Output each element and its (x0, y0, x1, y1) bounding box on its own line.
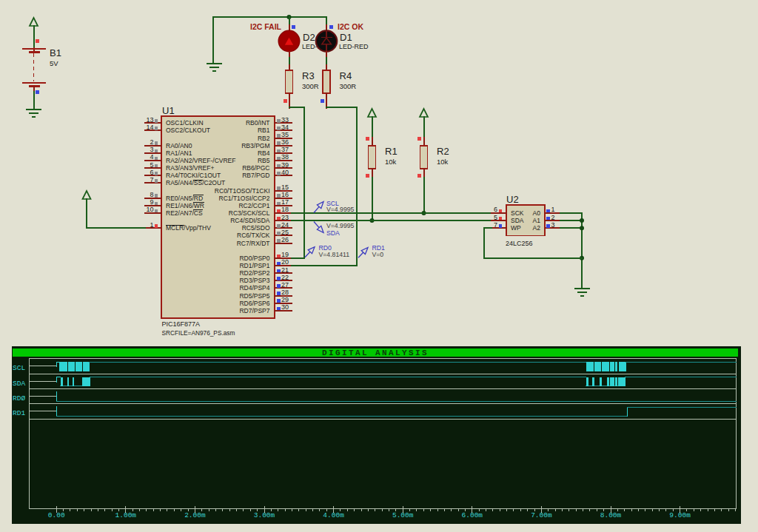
svg-text:0.00: 0.00 (48, 511, 65, 519)
svg-text:RA1/AN1: RA1/AN1 (166, 149, 192, 157)
svg-text:10k: 10k (437, 158, 449, 166)
svg-text:300R: 300R (340, 82, 357, 90)
svg-text:RE1/AN6/WR: RE1/AN6/WR (166, 202, 204, 209)
svg-text:RA2/AN2/VREF-/CVREF: RA2/AN2/VREF-/CVREF (166, 157, 235, 164)
svg-text:V=4.9995: V=4.9995 (326, 206, 355, 213)
svg-text:6: 6 (150, 169, 153, 176)
svg-text:4: 4 (150, 153, 153, 161)
svg-text:16: 16 (281, 191, 289, 198)
svg-text:22: 22 (281, 274, 289, 281)
svg-text:R3: R3 (302, 70, 315, 81)
svg-text:RC0/T1OSO/T1CKI: RC0/T1OSO/T1CKI (215, 187, 270, 195)
svg-text:2: 2 (150, 138, 153, 146)
svg-text:SDA: SDA (13, 380, 25, 388)
svg-text:1.00m: 1.00m (115, 511, 137, 519)
svg-text:6: 6 (494, 206, 497, 213)
svg-text:3: 3 (150, 146, 153, 153)
svg-text:R2: R2 (437, 146, 449, 157)
svg-text:23: 23 (281, 214, 289, 221)
svg-text:RD4/PSP4: RD4/PSP4 (239, 284, 269, 292)
svg-text:3: 3 (551, 221, 555, 229)
svg-text:RD2/PSP2: RD2/PSP2 (239, 269, 269, 277)
svg-text:SDA: SDA (326, 229, 340, 237)
svg-text:7.00m: 7.00m (531, 511, 552, 519)
svg-text:38: 38 (281, 153, 289, 161)
svg-text:29: 29 (281, 296, 289, 303)
svg-text:5: 5 (150, 161, 153, 169)
svg-text:PIC16F877A: PIC16F877A (162, 320, 201, 328)
svg-text:17: 17 (281, 198, 289, 206)
svg-text:8: 8 (150, 191, 153, 198)
svg-text:1: 1 (551, 206, 555, 213)
svg-text:26: 26 (281, 236, 289, 243)
svg-text:SCL: SCL (13, 364, 25, 372)
svg-text:V=0: V=0 (372, 251, 384, 258)
svg-text:A2: A2 (533, 224, 541, 232)
svg-text:D2: D2 (303, 32, 315, 43)
svg-text:R4: R4 (340, 70, 352, 81)
svg-text:OSC2/CLKOUT: OSC2/CLKOUT (166, 127, 210, 134)
svg-text:SRCFILE=AN976_PS.asm: SRCFILE=AN976_PS.asm (162, 329, 235, 337)
svg-text:24LC256: 24LC256 (506, 240, 533, 247)
svg-text:5.00m: 5.00m (392, 511, 414, 519)
svg-text:RE2/AN7/CS: RE2/AN7/CS (166, 209, 203, 217)
svg-text:5: 5 (494, 214, 497, 221)
svg-text:28: 28 (281, 289, 289, 296)
svg-text:LED-RED: LED-RED (339, 43, 369, 50)
svg-text:RD5/PSP5: RD5/PSP5 (239, 292, 269, 300)
svg-text:RDØ: RDØ (13, 394, 25, 403)
svg-text:15: 15 (281, 183, 289, 191)
svg-text:RC1/T1OSI/CCP2: RC1/T1OSI/CCP2 (219, 195, 270, 202)
svg-text:7: 7 (494, 221, 497, 229)
svg-text:30: 30 (281, 303, 289, 311)
svg-text:39: 39 (281, 161, 289, 169)
svg-text:RC5/SDO: RC5/SDO (242, 224, 270, 232)
svg-text:RD0/PSP0: RD0/PSP0 (239, 255, 269, 262)
svg-text:RD6/PSP6: RD6/PSP6 (239, 300, 269, 307)
svg-text:RC3/SCK/SCL: RC3/SCK/SCL (229, 209, 270, 217)
svg-text:34: 34 (281, 124, 289, 131)
svg-text:RD1/PSP1: RD1/PSP1 (239, 262, 269, 269)
svg-text:U2: U2 (506, 194, 519, 205)
svg-text:21: 21 (281, 266, 289, 274)
svg-text:A1: A1 (533, 217, 541, 224)
svg-text:R1: R1 (385, 146, 398, 157)
svg-text:36: 36 (281, 138, 289, 146)
svg-text:SDA: SDA (511, 217, 524, 224)
svg-text:RE0/AN5/RD: RE0/AN5/RD (166, 195, 203, 202)
svg-text:RB0/INT: RB0/INT (246, 119, 270, 127)
svg-text:2.00m: 2.00m (184, 511, 206, 519)
svg-text:300R: 300R (302, 82, 319, 90)
svg-text:37: 37 (281, 146, 289, 153)
svg-text:25: 25 (281, 229, 289, 236)
svg-text:1: 1 (150, 221, 153, 229)
svg-text:D1: D1 (340, 32, 352, 43)
svg-text:RC6/TX/CK: RC6/TX/CK (237, 232, 270, 239)
svg-text:WP: WP (511, 224, 521, 232)
svg-text:RB3/PGM: RB3/PGM (241, 142, 269, 149)
svg-text:RC7/RX/DT: RC7/RX/DT (237, 240, 270, 247)
svg-text:10: 10 (146, 206, 153, 213)
svg-text:5V: 5V (50, 59, 58, 67)
svg-text:RA5/AN4/SS/C2OUT: RA5/AN4/SS/C2OUT (166, 179, 225, 186)
svg-text:RA0/AN0: RA0/AN0 (166, 142, 192, 149)
svg-text:V=4.81411: V=4.81411 (319, 251, 350, 258)
svg-text:9: 9 (150, 198, 153, 206)
svg-text:RA4/T0CKI/C1OUT: RA4/T0CKI/C1OUT (166, 172, 221, 179)
svg-text:13: 13 (146, 116, 153, 124)
svg-text:20: 20 (281, 258, 289, 266)
svg-text:3.00m: 3.00m (254, 511, 275, 519)
svg-text:9.00m: 9.00m (669, 511, 691, 519)
svg-text:14: 14 (146, 124, 153, 131)
svg-text:RC2/CCP1: RC2/CCP1 (238, 202, 269, 209)
svg-text:U1: U1 (162, 105, 175, 116)
svg-text:RB7/PGD: RB7/PGD (242, 172, 269, 179)
svg-text:RB4: RB4 (258, 149, 270, 157)
svg-text:DIGITAL ANALYSIS: DIGITAL ANALYSIS (322, 349, 429, 357)
svg-text:SCK: SCK (511, 209, 524, 217)
svg-text:MCLR/Vpp/THV: MCLR/Vpp/THV (166, 224, 211, 232)
svg-text:27: 27 (281, 281, 289, 289)
svg-text:33: 33 (281, 116, 289, 124)
svg-text:35: 35 (281, 131, 289, 138)
svg-text:I2C FAIL: I2C FAIL (250, 22, 282, 31)
